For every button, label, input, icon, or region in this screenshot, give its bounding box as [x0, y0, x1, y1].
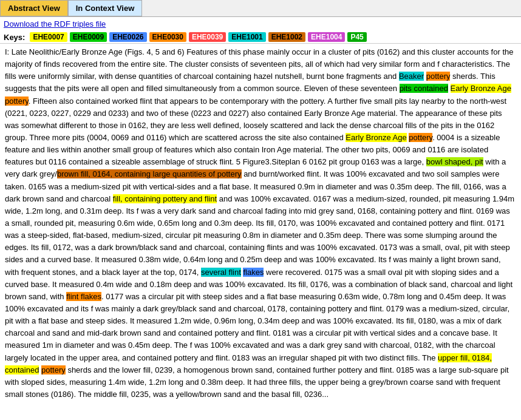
- highlight-brown-fill: brown fill, 0164, containing large quant…: [57, 169, 242, 178]
- highlight-pits-contained: pits contained: [400, 84, 448, 93]
- highlight-flint-flakes: flint flakes: [66, 292, 101, 301]
- highlight-beaker: Beaker: [399, 72, 424, 81]
- key-badge-ehe1002[interactable]: EHE1002: [268, 32, 305, 42]
- highlight-flakes-1: flakes: [243, 268, 264, 277]
- highlight-pottery-sherds: pottery: [41, 365, 66, 374]
- key-badge-ehe0030[interactable]: EHE0030: [149, 32, 186, 42]
- key-badge-ehe0039[interactable]: EHE0039: [189, 32, 226, 42]
- key-badge-p45[interactable]: P45: [347, 32, 366, 42]
- highlight-several-flint: several flint: [201, 268, 241, 277]
- content-area[interactable]: I: Late Neolithic/Early Bronze Age (Figs…: [0, 43, 521, 401]
- tab-abstract[interactable]: Abstract View: [0, 0, 68, 16]
- highlight-pottery-2: pottery: [5, 97, 29, 106]
- highlight-pottery-1: pottery: [426, 72, 451, 81]
- key-badge-ehe1001[interactable]: EHE1001: [228, 32, 265, 42]
- key-badge-ehe0009[interactable]: EHE0009: [70, 32, 107, 42]
- tab-bar: Abstract View In Context View: [0, 0, 521, 17]
- highlight-early-bronze-age-2: Early Bronze Age: [346, 133, 406, 142]
- highlight-bowl-shaped: bowl shaped, pit: [426, 157, 483, 166]
- key-badge-ehe0007[interactable]: EHE0007: [30, 32, 67, 42]
- download-rdf-link[interactable]: Download the RDF triples file: [4, 19, 106, 29]
- highlight-upper-fill: upper fill, 0184, contained: [5, 353, 492, 374]
- highlight-pottery-3: pottery: [409, 133, 432, 142]
- tab-context[interactable]: In Context View: [68, 0, 143, 16]
- keys-row: Keys: EHE0007EHE0009EHE0026EHE0030EHE003…: [0, 31, 521, 43]
- key-badge-ehe1004[interactable]: EHE1004: [308, 32, 345, 42]
- key-badge-ehe0026[interactable]: EHE0026: [109, 32, 146, 42]
- highlight-fill-containing: fill, containing pottery and flint: [113, 194, 217, 203]
- keys-label: Keys:: [4, 33, 25, 42]
- highlight-early-bronze-age: Early Bronze Age: [451, 84, 511, 93]
- download-section: Download the RDF triples file: [0, 17, 521, 31]
